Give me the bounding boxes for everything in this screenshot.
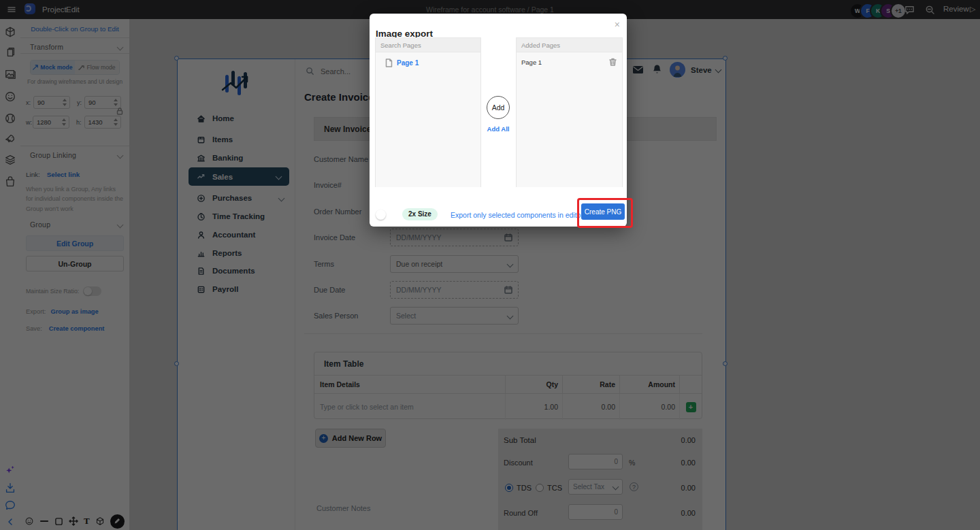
app-root: Project Edit Wireframe for account softw…	[0, 0, 980, 530]
search-page-item[interactable]: Page 1	[376, 52, 480, 67]
search-pages-header: Search Pages	[376, 38, 480, 52]
add-all-link[interactable]: Add All	[478, 125, 519, 133]
image-export-modal: Image export × Search Pages Page 1 Added…	[370, 14, 627, 227]
page-file-icon	[385, 59, 393, 67]
added-pages-panel: Added Pages Page 1	[516, 37, 623, 187]
search-pages-panel: Search Pages Page 1	[375, 37, 481, 187]
close-icon[interactable]: ×	[615, 19, 620, 30]
export-selected-link[interactable]: Export only selected components in edito…	[451, 211, 583, 219]
2x-size-label: 2x Size	[402, 208, 438, 220]
added-page-item[interactable]: Page 1	[517, 52, 622, 66]
add-page-button[interactable]: Add	[487, 96, 510, 119]
added-pages-header: Added Pages	[517, 38, 622, 52]
highlight-box	[577, 198, 633, 228]
trash-icon[interactable]	[609, 58, 617, 66]
